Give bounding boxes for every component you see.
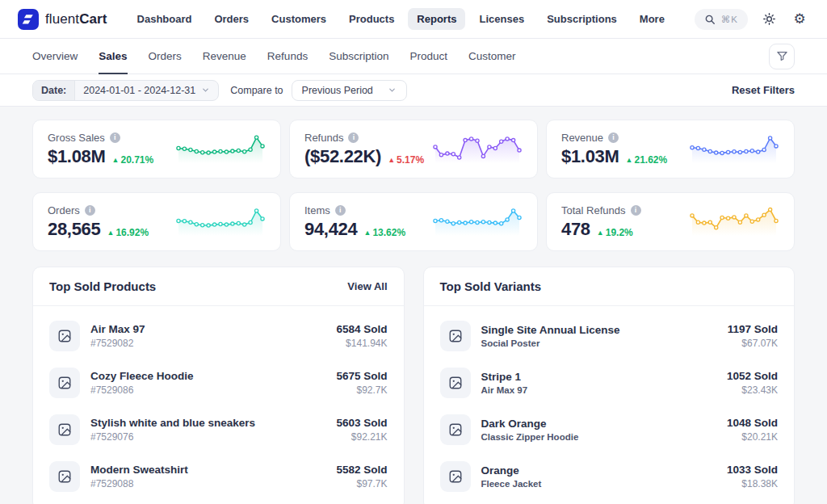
trend-up-icon: ▲: [388, 156, 395, 164]
variant-row[interactable]: Stripe 1Air Max 971052 Sold$23.43K: [440, 359, 779, 406]
image-placeholder-icon: [448, 422, 463, 437]
stat-delta: ▲21.62%: [626, 154, 668, 166]
stat-label: Gross Sales: [48, 132, 105, 144]
chevron-down-icon: [388, 86, 397, 94]
info-icon[interactable]: i: [110, 132, 120, 143]
product-sold-count: 5603 Sold: [336, 417, 387, 429]
variant-subtitle: Air Max 97: [481, 385, 716, 395]
image-placeholder-icon: [448, 376, 463, 390]
view-all-link[interactable]: View All: [347, 280, 387, 292]
date-range-picker[interactable]: Date: 2024-01-01 - 2024-12-31: [32, 80, 219, 101]
product-thumbnail: [440, 368, 471, 398]
trend-up-icon: ▲: [107, 229, 115, 237]
nav-item-more[interactable]: More: [631, 8, 674, 30]
top-products-card: Top Sold Products View All Air Max 97#75…: [32, 267, 405, 504]
product-amount: $92.7K: [336, 384, 387, 396]
sparkline-chart: [689, 204, 779, 241]
product-row[interactable]: Modern Sweatshirt#75290885582 Sold$97.7K: [49, 453, 388, 500]
stat-card-revenue: Revenuei$1.03M▲21.62%: [546, 120, 795, 178]
top-variants-card: Top Sold Variants Single Site Annual Lic…: [423, 267, 796, 504]
product-name: Modern Sweatshirt: [90, 464, 325, 476]
product-row[interactable]: Air Max 97#75290826584 Sold$141.94K: [49, 313, 388, 359]
image-placeholder-icon: [448, 329, 463, 343]
variant-row[interactable]: Single Site Annual LicenseSocial Poster1…: [440, 313, 779, 359]
variant-sold-count: 1048 Sold: [727, 417, 778, 429]
date-range-value: 2024-01-01 - 2024-12-31: [83, 85, 195, 96]
nav-item-licenses[interactable]: Licenses: [470, 8, 533, 30]
top-products-title: Top Sold Products: [49, 279, 156, 293]
product-subtitle: #7529076: [90, 431, 325, 443]
product-name: Stylish white and blue sneakers: [90, 417, 325, 429]
product-amount: $92.21K: [336, 431, 387, 443]
trend-up-icon: ▲: [597, 229, 604, 237]
product-subtitle: #7529082: [90, 338, 325, 349]
info-icon[interactable]: i: [631, 205, 641, 216]
lists-section: Top Sold Products View All Air Max 97#75…: [32, 267, 795, 504]
top-header: fluentCart DashboardOrdersCustomersProdu…: [0, 0, 827, 39]
nav-item-products[interactable]: Products: [340, 8, 403, 30]
stat-value: 28,565: [48, 219, 101, 240]
settings-button[interactable]: ⚙: [790, 10, 809, 29]
search-button[interactable]: ⌘K: [695, 9, 748, 30]
stat-card-gross-sales: Gross Salesi$1.08M▲20.71%: [32, 120, 281, 178]
compare-to-label: Compare to: [230, 85, 283, 96]
main-nav: DashboardOrdersCustomersProductsReportsL…: [128, 8, 674, 30]
compare-period-select[interactable]: Previous Period: [292, 80, 407, 101]
product-name: Air Max 97: [90, 323, 325, 335]
tab-customer[interactable]: Customer: [468, 39, 516, 74]
tab-product[interactable]: Product: [409, 39, 447, 74]
nav-item-subscriptions[interactable]: Subscriptions: [538, 8, 626, 30]
theme-toggle-button[interactable]: [759, 10, 779, 29]
nav-item-customers[interactable]: Customers: [262, 8, 335, 30]
reset-filters-link[interactable]: Reset Filters: [732, 84, 795, 96]
product-thumbnail: [49, 461, 80, 492]
report-content: Gross Salesi$1.08M▲20.71%Refundsi($52.22…: [0, 107, 827, 504]
fluentcart-logo-icon: [18, 9, 39, 30]
tab-overview[interactable]: Overview: [32, 39, 78, 74]
stats-grid: Gross Salesi$1.08M▲20.71%Refundsi($52.22…: [32, 120, 795, 251]
image-placeholder-icon: [57, 329, 72, 343]
product-subtitle: #7529086: [90, 384, 325, 396]
product-row[interactable]: Cozy Fleece Hoodie#75290865675 Sold$92.7…: [49, 359, 388, 406]
variant-subtitle: Fleece Jacket: [481, 479, 716, 489]
funnel-icon: [776, 50, 788, 62]
image-placeholder-icon: [57, 376, 72, 390]
tab-subscription[interactable]: Subscription: [329, 39, 388, 74]
tab-refunds[interactable]: Refunds: [267, 39, 308, 74]
tab-revenue[interactable]: Revenue: [203, 39, 246, 74]
tab-sales[interactable]: Sales: [99, 39, 127, 74]
sparkline-chart: [175, 131, 266, 168]
product-thumbnail: [440, 321, 471, 351]
report-tabs: OverviewSalesOrdersRevenueRefundsSubscri…: [32, 39, 516, 74]
stat-delta: ▲13.62%: [364, 227, 406, 238]
variant-sold-count: 1197 Sold: [728, 323, 778, 335]
product-row[interactable]: Stylish white and blue sneakers#75290765…: [49, 406, 388, 453]
filter-button[interactable]: [769, 44, 795, 69]
product-name: Cozy Fleece Hoodie: [90, 370, 325, 382]
variant-sold-count: 1033 Sold: [727, 464, 778, 476]
info-icon[interactable]: i: [608, 132, 619, 143]
top-variants-title: Top Sold Variants: [440, 279, 542, 293]
nav-item-dashboard[interactable]: Dashboard: [128, 8, 201, 30]
info-icon[interactable]: i: [335, 205, 346, 216]
tab-orders[interactable]: Orders: [149, 39, 182, 74]
product-sold-count: 6584 Sold: [336, 323, 387, 335]
info-icon[interactable]: i: [348, 132, 359, 143]
compare-period-value: Previous Period: [302, 85, 373, 96]
nav-item-orders[interactable]: Orders: [205, 8, 258, 30]
variant-row[interactable]: OrangeFleece Jacket1033 Sold$18.38K: [440, 453, 779, 500]
stat-card-total-refunds: Total Refundsi478▲19.2%: [546, 192, 795, 251]
product-thumbnail: [440, 461, 471, 492]
brand-logo[interactable]: fluentCart: [18, 9, 107, 30]
report-tabs-bar: OverviewSalesOrdersRevenueRefundsSubscri…: [0, 39, 827, 74]
image-placeholder-icon: [448, 469, 463, 484]
product-sold-count: 5582 Sold: [336, 464, 387, 476]
variant-row[interactable]: Dark OrangeClassic Zipper Hoodie1048 Sol…: [440, 406, 779, 453]
product-amount: $141.94K: [336, 338, 387, 349]
stat-label: Orders: [48, 204, 80, 216]
info-icon[interactable]: i: [85, 205, 95, 216]
top-products-rows: Air Max 97#75290826584 Sold$141.94KCozy …: [33, 306, 404, 504]
sparkline-chart: [689, 131, 779, 168]
nav-item-reports[interactable]: Reports: [408, 8, 465, 30]
stat-delta: ▲20.71%: [112, 154, 154, 166]
